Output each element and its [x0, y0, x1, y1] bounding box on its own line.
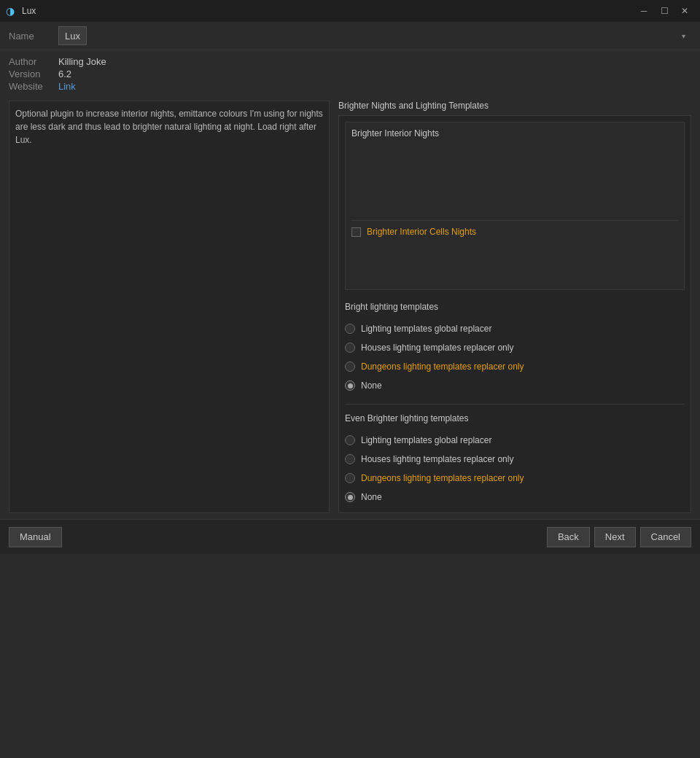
left-panel: Optional plugin to increase interior nig… [9, 101, 330, 513]
brighter-interior-nights-title: Brighter Interior Nights [351, 128, 678, 138]
content-columns: Optional plugin to increase interior nig… [0, 95, 700, 519]
brighter-interior-cells-checkbox[interactable] [351, 227, 361, 237]
author-value: Killing Joke [58, 56, 106, 67]
blt-global-item[interactable]: Lighting templates global replacer [339, 319, 691, 338]
eblt-houses-item[interactable]: Houses lighting templates replacer only [339, 450, 691, 469]
author-label: Author [9, 56, 52, 67]
description-box: Optional plugin to increase interior nig… [9, 101, 330, 513]
footer-right: Back Next Cancel [547, 527, 691, 547]
website-label: Website [9, 81, 52, 92]
even-brighter-title: Even Brighter lighting templates [339, 413, 691, 423]
name-select[interactable]: Lux [58, 26, 87, 45]
blt-global-radio[interactable] [345, 324, 355, 334]
minimize-button[interactable]: ─ [634, 1, 653, 20]
author-row: Author Killing Joke [9, 56, 691, 67]
name-select-wrapper: Lux ▾ [58, 26, 691, 45]
website-row: Website Link [9, 81, 691, 92]
blt-dungeons-label: Dungeons lighting templates replacer onl… [361, 362, 524, 372]
blt-dungeons-radio[interactable] [345, 362, 355, 372]
back-button[interactable]: Back [547, 527, 590, 547]
bright-lighting-title: Bright lighting templates [339, 302, 691, 312]
eblt-none-label: None [361, 492, 382, 502]
blt-dungeons-item[interactable]: Dungeons lighting templates replacer onl… [339, 357, 691, 376]
right-panel-title: Brighter Nights and Lighting Templates [338, 101, 691, 111]
eblt-global-radio[interactable] [345, 435, 355, 445]
even-brighter-group: Even Brighter lighting templates Lightin… [339, 407, 691, 512]
blt-houses-item[interactable]: Houses lighting templates replacer only [339, 338, 691, 357]
footer-left: Manual [9, 527, 547, 547]
next-button[interactable]: Next [594, 527, 636, 547]
bright-lighting-group: Bright lighting templates Lighting templ… [339, 296, 691, 401]
blt-houses-label: Houses lighting templates replacer only [361, 343, 513, 353]
name-row: Name Lux ▾ [0, 22, 700, 50]
close-button[interactable]: ✕ [675, 1, 694, 20]
brighter-interior-nights-group: Brighter Interior Nights Brighter Interi… [345, 122, 685, 290]
blt-houses-radio[interactable] [345, 343, 355, 353]
window-controls: ─ ☐ ✕ [634, 1, 694, 20]
brighter-interior-cells-label: Brighter Interior Cells Nights [367, 227, 476, 237]
select-arrow-icon: ▾ [682, 32, 685, 40]
name-label: Name [9, 31, 52, 42]
brighter-interior-cells-item[interactable]: Brighter Interior Cells Nights [351, 224, 678, 240]
options-container: Brighter Interior Nights Brighter Interi… [338, 115, 691, 513]
right-panel: Brighter Nights and Lighting Templates B… [338, 101, 691, 513]
blt-none-item[interactable]: None [339, 376, 691, 395]
eblt-none-radio[interactable] [345, 492, 355, 502]
window-title: Lux [22, 6, 634, 16]
manual-button[interactable]: Manual [9, 527, 62, 547]
blt-global-label: Lighting templates global replacer [361, 324, 491, 334]
eblt-dungeons-radio[interactable] [345, 473, 355, 483]
eblt-none-item[interactable]: None [339, 488, 691, 507]
eblt-dungeons-item[interactable]: Dungeons lighting templates replacer onl… [339, 469, 691, 488]
version-value: 6.2 [58, 69, 71, 79]
eblt-global-label: Lighting templates global replacer [361, 435, 491, 445]
version-label: Version [9, 69, 52, 79]
blt-none-radio[interactable] [345, 380, 355, 391]
eblt-dungeons-label: Dungeons lighting templates replacer onl… [361, 473, 524, 483]
version-row: Version 6.2 [9, 69, 691, 79]
cancel-button[interactable]: Cancel [640, 527, 691, 547]
eblt-houses-radio[interactable] [345, 454, 355, 464]
app-icon: ◑ [6, 5, 18, 17]
title-bar: ◑ Lux ─ ☐ ✕ [0, 0, 700, 22]
eblt-houses-label: Houses lighting templates replacer only [361, 454, 513, 464]
website-link[interactable]: Link [58, 81, 76, 92]
eblt-global-item[interactable]: Lighting templates global replacer [339, 431, 691, 450]
footer: Manual Back Next Cancel [0, 519, 700, 554]
info-section: Author Killing Joke Version 6.2 Website … [0, 50, 700, 95]
blt-none-label: None [361, 380, 382, 391]
maximize-button[interactable]: ☐ [655, 1, 674, 20]
